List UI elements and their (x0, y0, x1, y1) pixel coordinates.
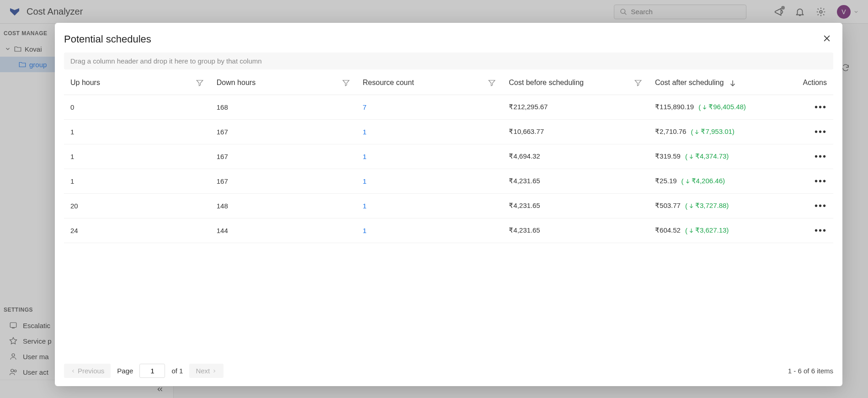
resource-count-link[interactable]: 1 (363, 153, 367, 160)
table-row: 01687₹212,295.67₹115,890.19(₹96,405.48)•… (64, 95, 833, 119)
cell-up-hours: 0 (64, 95, 210, 119)
cell-resource-count: 7 (357, 95, 503, 119)
page-range: 1 - 6 of 6 items (788, 367, 833, 375)
page-of-label: of 1 (171, 367, 183, 375)
col-cost-after[interactable]: Cost after scheduling (649, 71, 787, 95)
cell-down-hours: 167 (210, 119, 357, 144)
pager: Previous Page of 1 Next 1 - 6 of 6 items (64, 356, 833, 386)
cell-cost-after: ₹503.77(₹3,727.88) (649, 193, 787, 218)
cell-resource-count: 1 (357, 144, 503, 169)
table-row: 201481₹4,231.65₹503.77(₹3,727.88)••• (64, 193, 833, 218)
col-down-hours[interactable]: Down hours (210, 71, 357, 95)
cell-cost-before: ₹10,663.77 (502, 119, 649, 144)
cell-down-hours: 167 (210, 169, 357, 193)
cell-resource-count: 1 (357, 119, 503, 144)
cell-up-hours: 1 (64, 119, 210, 144)
savings-badge: (₹4,206.46) (682, 177, 725, 185)
savings-badge: (₹3,727.88) (685, 202, 729, 210)
cell-cost-before: ₹4,231.65 (502, 169, 649, 193)
filter-icon[interactable] (196, 79, 204, 87)
resource-count-link[interactable]: 7 (363, 103, 367, 111)
col-cost-before[interactable]: Cost before scheduling (502, 71, 649, 95)
row-actions-menu[interactable]: ••• (815, 102, 827, 112)
group-by-dropzone[interactable]: Drag a column header and drop it here to… (64, 53, 833, 69)
cell-up-hours: 24 (64, 218, 210, 243)
resource-count-link[interactable]: 1 (363, 227, 367, 234)
col-resource-count[interactable]: Resource count (357, 71, 503, 95)
col-actions: Actions (787, 71, 833, 95)
col-up-hours[interactable]: Up hours (64, 71, 210, 95)
cell-cost-before: ₹4,231.65 (502, 193, 649, 218)
previous-label: Previous (78, 367, 104, 375)
row-actions-menu[interactable]: ••• (815, 225, 827, 235)
cell-cost-before: ₹4,231.65 (502, 218, 649, 243)
col-label: Resource count (363, 79, 414, 87)
cell-down-hours: 167 (210, 144, 357, 169)
resource-count-link[interactable]: 1 (363, 177, 367, 185)
chevron-left-icon (70, 368, 76, 374)
next-label: Next (196, 367, 210, 375)
cell-cost-after: ₹115,890.19(₹96,405.48) (649, 95, 787, 119)
cell-cost-before: ₹4,694.32 (502, 144, 649, 169)
close-icon (822, 34, 831, 43)
sort-desc-icon (729, 79, 737, 87)
cell-up-hours: 1 (64, 169, 210, 193)
cell-down-hours: 144 (210, 218, 357, 243)
cell-down-hours: 168 (210, 95, 357, 119)
cell-up-hours: 20 (64, 193, 210, 218)
close-button[interactable] (820, 32, 833, 46)
next-button[interactable]: Next (189, 364, 224, 378)
cell-cost-after: ₹2,710.76(₹7,953.01) (649, 119, 787, 144)
previous-button[interactable]: Previous (64, 364, 111, 378)
cell-cost-before: ₹212,295.67 (502, 95, 649, 119)
resource-count-link[interactable]: 1 (363, 202, 367, 210)
table-row: 11671₹10,663.77₹2,710.76(₹7,953.01)••• (64, 119, 833, 144)
cell-down-hours: 148 (210, 193, 357, 218)
schedules-table: Up hours Down hours Resource count (64, 71, 833, 243)
page-input[interactable] (139, 364, 165, 378)
resource-count-link[interactable]: 1 (363, 128, 367, 136)
filter-icon[interactable] (342, 79, 350, 87)
chevron-right-icon (212, 368, 217, 374)
modal-title: Potential schedules (64, 33, 151, 45)
cell-cost-after: ₹604.52(₹3,627.13) (649, 218, 787, 243)
cell-resource-count: 1 (357, 169, 503, 193)
col-label: Down hours (217, 79, 256, 87)
col-label: Up hours (70, 79, 100, 87)
page-label: Page (117, 367, 133, 375)
table-row: 11671₹4,231.65₹25.19(₹4,206.46)••• (64, 169, 833, 193)
row-actions-menu[interactable]: ••• (815, 201, 827, 211)
cell-resource-count: 1 (357, 218, 503, 243)
row-actions-menu[interactable]: ••• (815, 127, 827, 137)
table-row: 11671₹4,694.32₹319.59(₹4,374.73)••• (64, 144, 833, 169)
savings-badge: (₹3,627.13) (685, 226, 729, 234)
filter-icon[interactable] (488, 79, 496, 87)
row-actions-menu[interactable]: ••• (815, 151, 827, 161)
cell-resource-count: 1 (357, 193, 503, 218)
cell-cost-after: ₹25.19(₹4,206.46) (649, 169, 787, 193)
filter-icon[interactable] (634, 79, 642, 87)
savings-badge: (₹7,953.01) (691, 127, 734, 136)
savings-badge: (₹4,374.73) (685, 152, 729, 160)
cell-cost-after: ₹319.59(₹4,374.73) (649, 144, 787, 169)
savings-badge: (₹96,405.48) (698, 103, 746, 111)
col-label: Cost before scheduling (509, 79, 584, 87)
col-label: Actions (803, 79, 827, 86)
table-row: 241441₹4,231.65₹604.52(₹3,627.13)••• (64, 218, 833, 243)
row-actions-menu[interactable]: ••• (815, 176, 827, 186)
col-label: Cost after scheduling (655, 79, 724, 86)
cell-up-hours: 1 (64, 144, 210, 169)
potential-schedules-modal: Potential schedules Drag a column header… (55, 23, 842, 386)
